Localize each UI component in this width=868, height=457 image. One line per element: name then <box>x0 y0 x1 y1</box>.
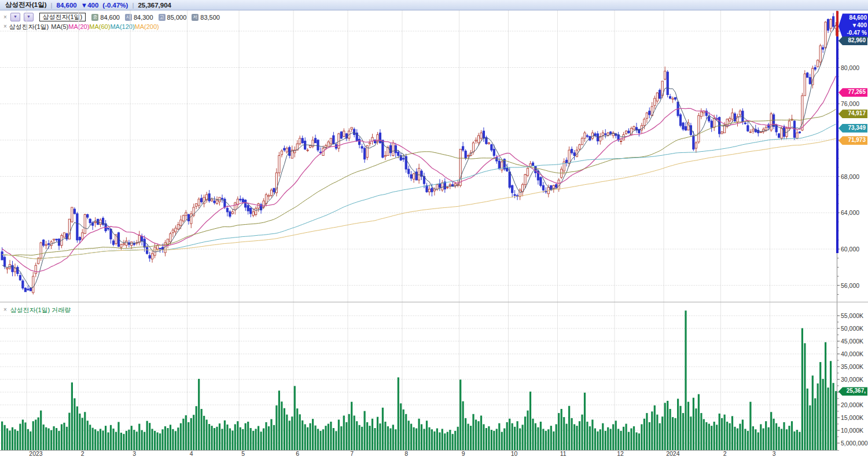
volume-tick-label: 50,000K <box>841 325 863 332</box>
time-axis-label: 3 <box>133 450 136 457</box>
time-axis-label: 6 <box>296 450 299 457</box>
ma200-badge: 71,973 <box>838 136 867 145</box>
time-axis-label: 2 <box>81 450 84 457</box>
axis-range-bar <box>836 36 838 253</box>
time-axis-label: 2 <box>723 450 727 457</box>
chart-window: { "title_bar": { "name": "삼성전자(1일)", "se… <box>0 0 868 457</box>
ma120-line <box>2 124 836 258</box>
current-volume-badge: 25,367, <box>838 387 867 396</box>
ma5-badge: 82,960 <box>838 36 867 45</box>
volume-tick-label: 55,000K <box>841 312 863 319</box>
time-axis-label: 2024 <box>666 450 679 457</box>
ma20-badge: 77,265 <box>838 88 867 97</box>
time-axis-label: 10 <box>511 450 518 457</box>
volume-tick-label: 40,000K <box>841 350 863 357</box>
price-tick-label: 76,000 <box>841 100 859 107</box>
ma60-badge: 74,917 <box>838 109 867 118</box>
volume-tick-label: 5,000,000 <box>841 440 868 447</box>
current-price-badge: 84,600▼400-0.47 % <box>838 13 868 38</box>
time-axis-label: 3 <box>773 450 776 457</box>
price-tick-label: 80,000 <box>841 64 859 71</box>
price-tick-label: 60,000 <box>841 246 859 253</box>
time-axis-label: 5 <box>241 450 245 457</box>
volume-tick-label: 35,000K <box>841 363 863 370</box>
volume-tick-label: 30,000K <box>841 376 863 383</box>
ma120-badge: 73,349 <box>838 124 867 133</box>
time-axis-label: 8 <box>404 450 408 457</box>
price-tick-label: 56,000 <box>841 282 859 289</box>
price-tick-label: 64,000 <box>841 209 859 216</box>
time-axis-label: 7 <box>350 450 354 457</box>
time-axis-label: 11 <box>560 450 567 457</box>
price-tick-label: 68,000 <box>841 173 859 180</box>
volume-tick-label: 15,000K <box>841 414 863 421</box>
time-axis-label: 2023 <box>29 450 42 457</box>
volume-bars <box>1 310 837 450</box>
axis-range-bar-upper <box>836 11 838 36</box>
volume-tick-label: 45,000K <box>841 338 863 345</box>
volume-tick-label: 10,000K <box>841 427 863 434</box>
volume-tick-label: 20,000K <box>841 401 863 408</box>
candles <box>1 13 837 294</box>
time-axis-label: 4 <box>190 450 193 457</box>
time-axis-label: 9 <box>462 450 465 457</box>
time-axis-label: 12 <box>617 450 624 457</box>
